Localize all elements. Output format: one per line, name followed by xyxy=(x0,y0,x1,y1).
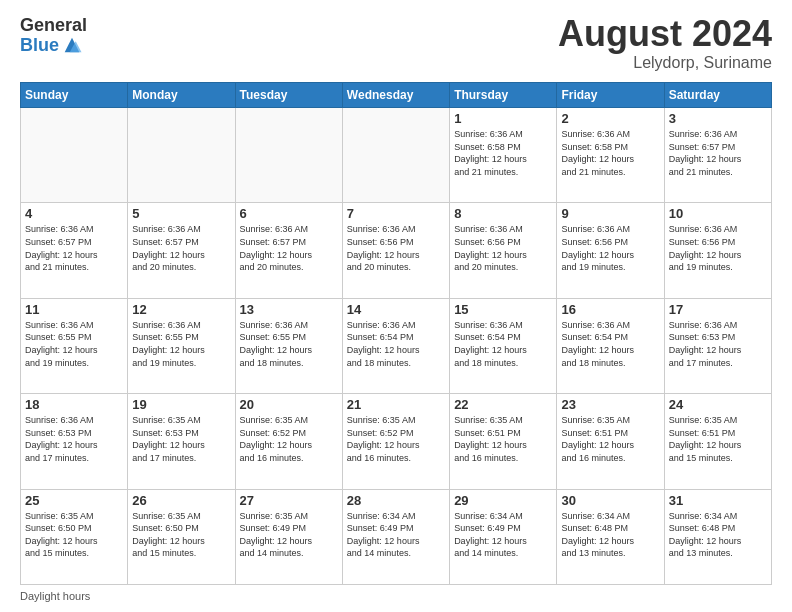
day-info: Sunrise: 6:36 AM Sunset: 6:55 PM Dayligh… xyxy=(240,319,338,369)
day-number: 7 xyxy=(347,206,445,221)
calendar-cell: 12Sunrise: 6:36 AM Sunset: 6:55 PM Dayli… xyxy=(128,298,235,393)
calendar-cell: 24Sunrise: 6:35 AM Sunset: 6:51 PM Dayli… xyxy=(664,394,771,489)
day-info: Sunrise: 6:35 AM Sunset: 6:51 PM Dayligh… xyxy=(669,414,767,464)
calendar-cell: 27Sunrise: 6:35 AM Sunset: 6:49 PM Dayli… xyxy=(235,489,342,584)
logo-icon xyxy=(61,34,83,56)
day-info: Sunrise: 6:36 AM Sunset: 6:57 PM Dayligh… xyxy=(25,223,123,273)
day-number: 11 xyxy=(25,302,123,317)
day-info: Sunrise: 6:35 AM Sunset: 6:51 PM Dayligh… xyxy=(561,414,659,464)
day-info: Sunrise: 6:36 AM Sunset: 6:56 PM Dayligh… xyxy=(454,223,552,273)
day-number: 25 xyxy=(25,493,123,508)
day-number: 15 xyxy=(454,302,552,317)
day-number: 16 xyxy=(561,302,659,317)
calendar-cell: 3Sunrise: 6:36 AM Sunset: 6:57 PM Daylig… xyxy=(664,108,771,203)
day-info: Sunrise: 6:35 AM Sunset: 6:50 PM Dayligh… xyxy=(25,510,123,560)
day-number: 13 xyxy=(240,302,338,317)
day-number: 26 xyxy=(132,493,230,508)
calendar-cell: 2Sunrise: 6:36 AM Sunset: 6:58 PM Daylig… xyxy=(557,108,664,203)
calendar-cell: 7Sunrise: 6:36 AM Sunset: 6:56 PM Daylig… xyxy=(342,203,449,298)
weekday-header-wednesday: Wednesday xyxy=(342,83,449,108)
day-number: 12 xyxy=(132,302,230,317)
calendar-cell: 19Sunrise: 6:35 AM Sunset: 6:53 PM Dayli… xyxy=(128,394,235,489)
calendar-cell: 5Sunrise: 6:36 AM Sunset: 6:57 PM Daylig… xyxy=(128,203,235,298)
day-info: Sunrise: 6:36 AM Sunset: 6:56 PM Dayligh… xyxy=(669,223,767,273)
calendar-cell: 8Sunrise: 6:36 AM Sunset: 6:56 PM Daylig… xyxy=(450,203,557,298)
day-info: Sunrise: 6:35 AM Sunset: 6:52 PM Dayligh… xyxy=(240,414,338,464)
day-number: 6 xyxy=(240,206,338,221)
day-number: 2 xyxy=(561,111,659,126)
day-info: Sunrise: 6:36 AM Sunset: 6:54 PM Dayligh… xyxy=(347,319,445,369)
calendar-cell: 14Sunrise: 6:36 AM Sunset: 6:54 PM Dayli… xyxy=(342,298,449,393)
day-info: Sunrise: 6:36 AM Sunset: 6:55 PM Dayligh… xyxy=(132,319,230,369)
calendar-cell: 29Sunrise: 6:34 AM Sunset: 6:49 PM Dayli… xyxy=(450,489,557,584)
day-number: 21 xyxy=(347,397,445,412)
calendar-cell: 31Sunrise: 6:34 AM Sunset: 6:48 PM Dayli… xyxy=(664,489,771,584)
calendar-cell: 21Sunrise: 6:35 AM Sunset: 6:52 PM Dayli… xyxy=(342,394,449,489)
day-info: Sunrise: 6:36 AM Sunset: 6:56 PM Dayligh… xyxy=(347,223,445,273)
weekday-header-saturday: Saturday xyxy=(664,83,771,108)
title-month: August 2024 xyxy=(558,16,772,52)
day-number: 8 xyxy=(454,206,552,221)
calendar-week-5: 25Sunrise: 6:35 AM Sunset: 6:50 PM Dayli… xyxy=(21,489,772,584)
day-number: 1 xyxy=(454,111,552,126)
footer-note: Daylight hours xyxy=(20,590,772,602)
day-number: 9 xyxy=(561,206,659,221)
day-number: 27 xyxy=(240,493,338,508)
day-info: Sunrise: 6:36 AM Sunset: 6:58 PM Dayligh… xyxy=(454,128,552,178)
weekday-header-sunday: Sunday xyxy=(21,83,128,108)
day-info: Sunrise: 6:34 AM Sunset: 6:48 PM Dayligh… xyxy=(561,510,659,560)
day-info: Sunrise: 6:36 AM Sunset: 6:54 PM Dayligh… xyxy=(561,319,659,369)
day-info: Sunrise: 6:36 AM Sunset: 6:55 PM Dayligh… xyxy=(25,319,123,369)
calendar-week-4: 18Sunrise: 6:36 AM Sunset: 6:53 PM Dayli… xyxy=(21,394,772,489)
day-number: 17 xyxy=(669,302,767,317)
calendar-cell: 13Sunrise: 6:36 AM Sunset: 6:55 PM Dayli… xyxy=(235,298,342,393)
logo-text: General Blue xyxy=(20,16,87,56)
calendar-cell: 9Sunrise: 6:36 AM Sunset: 6:56 PM Daylig… xyxy=(557,203,664,298)
header: General Blue August 2024 Lelydorp, Surin… xyxy=(20,16,772,72)
day-info: Sunrise: 6:36 AM Sunset: 6:53 PM Dayligh… xyxy=(25,414,123,464)
calendar-cell: 16Sunrise: 6:36 AM Sunset: 6:54 PM Dayli… xyxy=(557,298,664,393)
calendar-cell: 6Sunrise: 6:36 AM Sunset: 6:57 PM Daylig… xyxy=(235,203,342,298)
day-number: 30 xyxy=(561,493,659,508)
day-number: 22 xyxy=(454,397,552,412)
calendar-cell: 26Sunrise: 6:35 AM Sunset: 6:50 PM Dayli… xyxy=(128,489,235,584)
day-info: Sunrise: 6:36 AM Sunset: 6:54 PM Dayligh… xyxy=(454,319,552,369)
day-info: Sunrise: 6:35 AM Sunset: 6:49 PM Dayligh… xyxy=(240,510,338,560)
day-info: Sunrise: 6:36 AM Sunset: 6:53 PM Dayligh… xyxy=(669,319,767,369)
day-number: 4 xyxy=(25,206,123,221)
day-number: 14 xyxy=(347,302,445,317)
calendar-week-3: 11Sunrise: 6:36 AM Sunset: 6:55 PM Dayli… xyxy=(21,298,772,393)
day-number: 31 xyxy=(669,493,767,508)
calendar-cell: 23Sunrise: 6:35 AM Sunset: 6:51 PM Dayli… xyxy=(557,394,664,489)
day-number: 5 xyxy=(132,206,230,221)
title-location: Lelydorp, Suriname xyxy=(558,54,772,72)
calendar-cell: 10Sunrise: 6:36 AM Sunset: 6:56 PM Dayli… xyxy=(664,203,771,298)
day-number: 20 xyxy=(240,397,338,412)
calendar-week-1: 1Sunrise: 6:36 AM Sunset: 6:58 PM Daylig… xyxy=(21,108,772,203)
day-info: Sunrise: 6:34 AM Sunset: 6:49 PM Dayligh… xyxy=(347,510,445,560)
day-info: Sunrise: 6:35 AM Sunset: 6:52 PM Dayligh… xyxy=(347,414,445,464)
day-number: 3 xyxy=(669,111,767,126)
title-block: August 2024 Lelydorp, Suriname xyxy=(558,16,772,72)
day-info: Sunrise: 6:35 AM Sunset: 6:53 PM Dayligh… xyxy=(132,414,230,464)
calendar-cell: 15Sunrise: 6:36 AM Sunset: 6:54 PM Dayli… xyxy=(450,298,557,393)
calendar-cell: 4Sunrise: 6:36 AM Sunset: 6:57 PM Daylig… xyxy=(21,203,128,298)
calendar-cell: 30Sunrise: 6:34 AM Sunset: 6:48 PM Dayli… xyxy=(557,489,664,584)
day-number: 23 xyxy=(561,397,659,412)
calendar-cell: 28Sunrise: 6:34 AM Sunset: 6:49 PM Dayli… xyxy=(342,489,449,584)
calendar-cell: 25Sunrise: 6:35 AM Sunset: 6:50 PM Dayli… xyxy=(21,489,128,584)
calendar-cell: 17Sunrise: 6:36 AM Sunset: 6:53 PM Dayli… xyxy=(664,298,771,393)
calendar-cell xyxy=(235,108,342,203)
calendar-cell xyxy=(342,108,449,203)
logo-blue: Blue xyxy=(20,36,59,54)
calendar-cell: 1Sunrise: 6:36 AM Sunset: 6:58 PM Daylig… xyxy=(450,108,557,203)
calendar-cell: 18Sunrise: 6:36 AM Sunset: 6:53 PM Dayli… xyxy=(21,394,128,489)
day-info: Sunrise: 6:34 AM Sunset: 6:48 PM Dayligh… xyxy=(669,510,767,560)
day-info: Sunrise: 6:36 AM Sunset: 6:57 PM Dayligh… xyxy=(240,223,338,273)
calendar-cell xyxy=(21,108,128,203)
weekday-header-tuesday: Tuesday xyxy=(235,83,342,108)
weekday-header-friday: Friday xyxy=(557,83,664,108)
calendar-week-2: 4Sunrise: 6:36 AM Sunset: 6:57 PM Daylig… xyxy=(21,203,772,298)
day-info: Sunrise: 6:35 AM Sunset: 6:50 PM Dayligh… xyxy=(132,510,230,560)
logo: General Blue xyxy=(20,16,87,56)
